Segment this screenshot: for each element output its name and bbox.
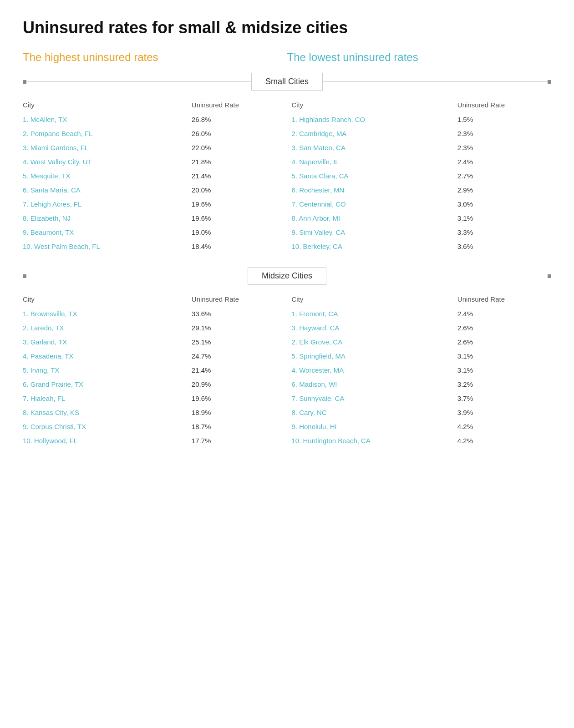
table-row: 4. Naperville, IL2.4% (292, 155, 547, 169)
rate-value: 3.2% (457, 377, 547, 391)
city-name: 2. Laredo, TX (23, 321, 192, 335)
city-name: 5. Irving, TX (23, 363, 192, 377)
city-name: 9. Corpus Christi, TX (23, 420, 192, 434)
table-row: 6. Santa Maria, CA20.0% (23, 183, 283, 197)
rate-value: 2.3% (457, 141, 547, 155)
table-row: 6. Grand Prairie, TX20.9% (23, 377, 283, 391)
table-row: 3. Hayward, CA2.6% (292, 321, 547, 335)
rate-value: 18.9% (192, 405, 283, 420)
table-row: 8. Ann Arbor, MI3.1% (292, 211, 547, 225)
table-row: 2. Pompano Beach, FL26.0% (23, 126, 283, 141)
rate-value: 19.0% (192, 225, 283, 239)
city-name: 4. Pasadena, TX (23, 349, 192, 363)
rate-value: 20.9% (192, 377, 283, 391)
col-header-city: City (23, 292, 192, 307)
table-row: 9. Simi Valley, CA3.3% (292, 225, 547, 239)
table-row: 9. Corpus Christi, TX18.7% (23, 420, 283, 434)
midsize-highest-table: City Uninsured Rate 1. Brownsville, TX33… (23, 292, 287, 448)
midsize-cities-divider: Midsize Cities (23, 267, 551, 285)
col-header-rate: Uninsured Rate (457, 97, 547, 112)
city-name: 8. Ann Arbor, MI (292, 211, 457, 225)
col-header-rate: Uninsured Rate (192, 97, 283, 112)
rate-value: 21.4% (192, 363, 283, 377)
rate-value: 2.3% (457, 126, 547, 141)
small-cities-divider: Small Cities (23, 73, 551, 91)
table-row: 8. Elizabeth, NJ19.6% (23, 211, 283, 225)
midsize-cities-section: City Uninsured Rate 1. Brownsville, TX33… (23, 292, 551, 448)
table-row: 3. San Mateo, CA2.3% (292, 141, 547, 155)
rate-value: 3.1% (457, 349, 547, 363)
small-cities-section: City Uninsured Rate 1. McAllen, TX26.8%2… (23, 97, 551, 253)
city-name: 4. West Valley City, UT (23, 155, 192, 169)
table-row: 1. Fremont, CA2.4% (292, 307, 547, 321)
rate-value: 2.7% (457, 169, 547, 183)
rate-value: 2.4% (457, 307, 547, 321)
city-name: 10. Huntington Beach, CA (292, 434, 457, 448)
rate-value: 21.4% (192, 169, 283, 183)
city-name: 7. Lehigh Acres, FL (23, 197, 192, 211)
city-name: 4. Worcester, MA (292, 363, 457, 377)
rate-value: 3.7% (457, 391, 547, 405)
city-name: 9. Simi Valley, CA (292, 225, 457, 239)
table-row: 1. McAllen, TX26.8% (23, 112, 283, 126)
table-row: 4. West Valley City, UT21.8% (23, 155, 283, 169)
table-row: 2. Elk Grove, CA2.6% (292, 335, 547, 349)
table-row: 7. Centennial, CO3.0% (292, 197, 547, 211)
rate-value: 2.6% (457, 335, 547, 349)
rate-value: 1.5% (457, 112, 547, 126)
table-row: 10. Berkeley, CA3.6% (292, 239, 547, 253)
city-name: 9. Beaumont, TX (23, 225, 192, 239)
city-name: 1. McAllen, TX (23, 112, 192, 126)
rate-value: 24.7% (192, 349, 283, 363)
rate-value: 26.8% (192, 112, 283, 126)
table-row: 6. Rochester, MN2.9% (292, 183, 547, 197)
page-title: Uninsured rates for small & midsize citi… (23, 18, 551, 37)
table-row: 2. Laredo, TX29.1% (23, 321, 283, 335)
table-row: 1. Brownsville, TX33.6% (23, 307, 283, 321)
city-name: 3. San Mateo, CA (292, 141, 457, 155)
table-row: 10. West Palm Beach, FL18.4% (23, 239, 283, 253)
city-name: 10. Berkeley, CA (292, 239, 457, 253)
col-header-rate: Uninsured Rate (192, 292, 283, 307)
rate-value: 33.6% (192, 307, 283, 321)
city-name: 4. Naperville, IL (292, 155, 457, 169)
small-highest-table: City Uninsured Rate 1. McAllen, TX26.8%2… (23, 97, 287, 253)
table-row: 5. Irving, TX21.4% (23, 363, 283, 377)
rate-value: 4.2% (457, 434, 547, 448)
city-name: 3. Garland, TX (23, 335, 192, 349)
table-row: 5. Mesquite, TX21.4% (23, 169, 283, 183)
midsize-lowest-table: City Uninsured Rate 1. Fremont, CA2.4%3.… (287, 292, 552, 448)
city-name: 8. Elizabeth, NJ (23, 211, 192, 225)
city-name: 10. West Palm Beach, FL (23, 239, 192, 253)
table-row: 3. Miami Gardens, FL22.0% (23, 141, 283, 155)
rate-value: 29.1% (192, 321, 283, 335)
rate-value: 22.0% (192, 141, 283, 155)
col-header-city: City (292, 292, 457, 307)
city-name: 7. Sunnyvale, CA (292, 391, 457, 405)
rate-value: 20.0% (192, 183, 283, 197)
table-row: 5. Springfield, MA3.1% (292, 349, 547, 363)
rate-value: 3.6% (457, 239, 547, 253)
rate-value: 18.7% (192, 420, 283, 434)
city-name: 10. Hollywood, FL (23, 434, 192, 448)
table-row: 7. Hialeah, FL19.6% (23, 391, 283, 405)
col-header-rate: Uninsured Rate (457, 292, 547, 307)
city-name: 6. Santa Maria, CA (23, 183, 192, 197)
rate-value: 3.1% (457, 363, 547, 377)
table-row: 3. Garland, TX25.1% (23, 335, 283, 349)
rate-value: 3.0% (457, 197, 547, 211)
rate-value: 19.6% (192, 391, 283, 405)
lowest-header: The lowest uninsured rates (287, 51, 552, 64)
table-row: 7. Sunnyvale, CA3.7% (292, 391, 547, 405)
city-name: 2. Cambridge, MA (292, 126, 457, 141)
city-name: 7. Centennial, CO (292, 197, 457, 211)
rate-value: 3.9% (457, 405, 547, 420)
city-name: 5. Santa Clara, CA (292, 169, 457, 183)
rate-value: 19.6% (192, 197, 283, 211)
rate-value: 3.3% (457, 225, 547, 239)
rate-value: 21.8% (192, 155, 283, 169)
table-row: 7. Lehigh Acres, FL19.6% (23, 197, 283, 211)
city-name: 1. Highlands Ranch, CO (292, 112, 457, 126)
table-row: 10. Hollywood, FL17.7% (23, 434, 283, 448)
table-row: 10. Huntington Beach, CA4.2% (292, 434, 547, 448)
